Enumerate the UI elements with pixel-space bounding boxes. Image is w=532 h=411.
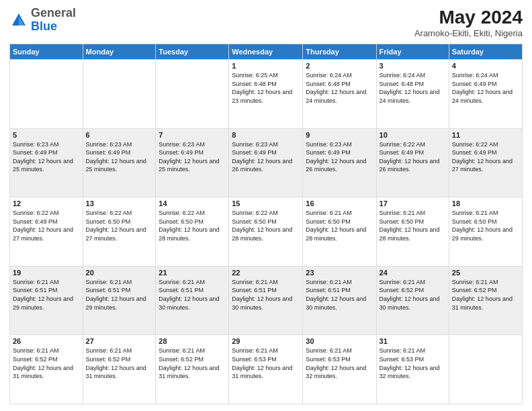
week-row-4: 19Sunrise: 6:21 AMSunset: 6:51 PMDayligh… [10,266,523,335]
week-row-3: 12Sunrise: 6:22 AMSunset: 6:49 PMDayligh… [10,197,523,267]
col-header-thursday: Thursday [303,44,376,60]
day-cell: 19Sunrise: 6:21 AMSunset: 6:51 PMDayligh… [10,266,83,335]
day-info: Sunrise: 6:25 AMSunset: 6:48 PMDaylight:… [232,71,300,105]
day-cell [449,335,522,404]
day-cell: 22Sunrise: 6:21 AMSunset: 6:51 PMDayligh… [229,266,303,335]
title-block: May 2024 Aramoko-Ekiti, Ekiti, Nigeria [414,7,523,38]
day-info: Sunrise: 6:21 AMSunset: 6:51 PMDaylight:… [86,278,153,312]
col-header-monday: Monday [83,44,156,60]
logo: General Blue [9,7,76,34]
day-cell: 28Sunrise: 6:21 AMSunset: 6:52 PMDayligh… [156,335,229,404]
day-cell: 18Sunrise: 6:21 AMSunset: 6:50 PMDayligh… [449,197,522,267]
day-cell: 1Sunrise: 6:25 AMSunset: 6:48 PMDaylight… [229,60,303,129]
day-number: 25 [452,269,519,277]
day-number: 6 [86,131,153,139]
day-cell: 29Sunrise: 6:21 AMSunset: 6:53 PMDayligh… [229,335,303,404]
day-info: Sunrise: 6:21 AMSunset: 6:50 PMDaylight:… [380,209,446,242]
day-cell: 26Sunrise: 6:21 AMSunset: 6:52 PMDayligh… [10,335,83,404]
day-cell: 10Sunrise: 6:22 AMSunset: 6:49 PMDayligh… [376,128,449,197]
day-number: 7 [159,131,226,139]
week-row-5: 26Sunrise: 6:21 AMSunset: 6:52 PMDayligh… [10,335,523,404]
day-number: 3 [380,62,446,70]
logo-text: General Blue [31,7,76,34]
day-info: Sunrise: 6:21 AMSunset: 6:51 PMDaylight:… [306,278,373,312]
calendar-page: General Blue May 2024 Aramoko-Ekiti, Eki… [0,0,532,411]
day-number: 10 [380,131,446,139]
day-number: 4 [452,62,519,70]
day-info: Sunrise: 6:22 AMSunset: 6:49 PMDaylight:… [13,209,80,242]
day-cell: 23Sunrise: 6:21 AMSunset: 6:51 PMDayligh… [303,266,376,335]
day-cell: 20Sunrise: 6:21 AMSunset: 6:51 PMDayligh… [83,266,156,335]
day-number: 31 [380,337,446,345]
day-number: 22 [232,269,300,277]
day-info: Sunrise: 6:21 AMSunset: 6:50 PMDaylight:… [306,209,373,242]
day-number: 29 [232,337,300,345]
day-info: Sunrise: 6:21 AMSunset: 6:51 PMDaylight:… [159,278,226,312]
day-cell: 5Sunrise: 6:23 AMSunset: 6:49 PMDaylight… [10,128,83,197]
day-number: 17 [380,199,446,208]
day-number: 11 [452,131,519,139]
day-number: 5 [13,131,80,139]
col-header-friday: Friday [376,44,449,60]
day-number: 19 [13,269,80,277]
day-info: Sunrise: 6:21 AMSunset: 6:53 PMDaylight:… [232,347,300,380]
day-info: Sunrise: 6:22 AMSunset: 6:49 PMDaylight:… [380,140,446,174]
day-cell: 25Sunrise: 6:21 AMSunset: 6:52 PMDayligh… [449,266,522,335]
day-cell: 31Sunrise: 6:21 AMSunset: 6:53 PMDayligh… [376,335,449,404]
day-info: Sunrise: 6:21 AMSunset: 6:51 PMDaylight:… [13,278,80,312]
location: Aramoko-Ekiti, Ekiti, Nigeria [414,28,523,38]
day-info: Sunrise: 6:23 AMSunset: 6:49 PMDaylight:… [86,140,153,174]
day-number: 24 [380,269,446,277]
day-number: 12 [13,199,80,208]
day-cell: 24Sunrise: 6:21 AMSunset: 6:52 PMDayligh… [376,266,449,335]
col-header-tuesday: Tuesday [156,44,229,60]
day-cell: 6Sunrise: 6:23 AMSunset: 6:49 PMDaylight… [83,128,156,197]
day-number: 9 [306,131,373,139]
day-cell [83,60,156,129]
col-header-sunday: Sunday [10,44,83,60]
day-info: Sunrise: 6:21 AMSunset: 6:52 PMDaylight:… [159,347,226,380]
day-cell: 17Sunrise: 6:21 AMSunset: 6:50 PMDayligh… [376,197,449,267]
day-cell: 4Sunrise: 6:24 AMSunset: 6:49 PMDaylight… [449,60,522,129]
day-info: Sunrise: 6:23 AMSunset: 6:49 PMDaylight:… [159,140,226,174]
day-number: 20 [86,269,153,277]
day-cell: 11Sunrise: 6:22 AMSunset: 6:49 PMDayligh… [449,128,522,197]
header: General Blue May 2024 Aramoko-Ekiti, Eki… [9,7,523,38]
day-cell [156,60,229,129]
day-cell: 8Sunrise: 6:23 AMSunset: 6:49 PMDaylight… [229,128,303,197]
logo-icon [9,11,28,30]
day-number: 16 [306,199,373,208]
day-info: Sunrise: 6:23 AMSunset: 6:49 PMDaylight:… [13,140,80,174]
day-info: Sunrise: 6:21 AMSunset: 6:51 PMDaylight:… [232,278,300,312]
day-cell: 27Sunrise: 6:21 AMSunset: 6:52 PMDayligh… [83,335,156,404]
day-info: Sunrise: 6:21 AMSunset: 6:53 PMDaylight:… [306,347,373,380]
day-number: 8 [232,131,300,139]
day-cell: 13Sunrise: 6:22 AMSunset: 6:50 PMDayligh… [83,197,156,267]
day-info: Sunrise: 6:21 AMSunset: 6:52 PMDaylight:… [452,278,519,312]
day-number: 28 [159,337,226,345]
logo-blue-text: Blue [31,19,57,33]
month-year: May 2024 [414,7,523,28]
day-number: 13 [86,199,153,208]
day-number: 18 [452,199,519,208]
week-row-1: 1Sunrise: 6:25 AMSunset: 6:48 PMDaylight… [10,60,523,129]
week-row-2: 5Sunrise: 6:23 AMSunset: 6:49 PMDaylight… [10,128,523,197]
day-cell: 9Sunrise: 6:23 AMSunset: 6:49 PMDaylight… [303,128,376,197]
day-info: Sunrise: 6:22 AMSunset: 6:50 PMDaylight:… [159,209,226,242]
day-info: Sunrise: 6:24 AMSunset: 6:48 PMDaylight:… [380,71,446,105]
day-cell: 3Sunrise: 6:24 AMSunset: 6:48 PMDaylight… [376,60,449,129]
day-cell: 16Sunrise: 6:21 AMSunset: 6:50 PMDayligh… [303,197,376,267]
day-number: 21 [159,269,226,277]
day-cell: 7Sunrise: 6:23 AMSunset: 6:49 PMDaylight… [156,128,229,197]
day-number: 15 [232,199,300,208]
day-info: Sunrise: 6:24 AMSunset: 6:48 PMDaylight:… [306,71,373,105]
day-number: 2 [306,62,373,70]
day-cell: 12Sunrise: 6:22 AMSunset: 6:49 PMDayligh… [10,197,83,267]
day-info: Sunrise: 6:22 AMSunset: 6:49 PMDaylight:… [452,140,519,174]
day-number: 26 [13,337,80,345]
day-info: Sunrise: 6:21 AMSunset: 6:50 PMDaylight:… [452,209,519,242]
day-info: Sunrise: 6:24 AMSunset: 6:49 PMDaylight:… [452,71,519,105]
day-cell [10,60,83,129]
day-cell: 14Sunrise: 6:22 AMSunset: 6:50 PMDayligh… [156,197,229,267]
day-number: 27 [86,337,153,345]
